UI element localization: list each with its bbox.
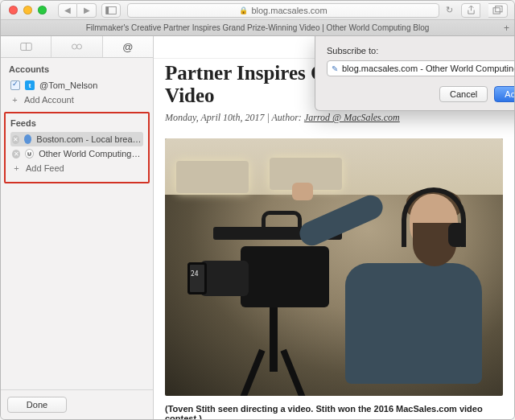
add-account-label: Add Account xyxy=(24,95,74,105)
twitter-icon: t xyxy=(25,80,35,90)
add-account-button[interactable]: + Add Account xyxy=(9,93,145,107)
sidebar-tab-sharedlinks[interactable]: @ xyxy=(103,36,153,57)
share-button[interactable] xyxy=(461,3,480,18)
remove-feed-icon[interactable]: ✕ xyxy=(12,150,20,159)
content-area: VISIT MacSales.com ARTICLE AR Partner In… xyxy=(154,36,514,419)
nav-arrows: ◀ ▶ xyxy=(58,3,97,18)
sidebar-tab-readinglist[interactable] xyxy=(52,36,102,57)
remove-feed-icon[interactable]: ✕ xyxy=(12,135,19,144)
feed-select-text: blog.macsales.com - Other World Computin… xyxy=(342,64,514,73)
article-date: Monday, April 10th, 2017 xyxy=(165,112,264,123)
at-icon: @ xyxy=(122,41,133,53)
sidebar: @ Accounts t @Tom_Nelson + Add Account F… xyxy=(1,36,154,419)
sidebar-tab-bookmarks[interactable] xyxy=(1,36,52,57)
feed-label: Boston.com - Local breaking ne... xyxy=(36,134,142,144)
titlebar: ◀ ▶ 🔒 blog.macsales.com ↻ xyxy=(1,1,514,20)
photo-caption: (Toven Stith seen directing a video. Sti… xyxy=(154,401,514,419)
address-bar[interactable]: 🔒 blog.macsales.com xyxy=(127,3,439,18)
sidebar-tabs: @ xyxy=(1,36,153,58)
add-feed-confirm-button[interactable]: Add Feed xyxy=(494,86,514,102)
tab-title[interactable]: Filmmaker's Creative Partner Inspires Gr… xyxy=(86,23,430,32)
accounts-header: Accounts xyxy=(9,64,145,74)
sidebar-footer: Done xyxy=(1,389,153,419)
account-row[interactable]: t @Tom_Nelson xyxy=(9,78,145,93)
subscribe-label: Subscribe to: xyxy=(327,46,514,56)
author-prefix: | Author: xyxy=(264,112,303,123)
lock-icon: 🔒 xyxy=(239,6,248,14)
article-author[interactable]: Jarrod @ MacSales.com xyxy=(304,112,400,123)
feed-row-boston[interactable]: ✕ Boston.com - Local breaking ne... xyxy=(10,132,143,146)
article-meta: Monday, April 10th, 2017 | Author: Jarro… xyxy=(165,112,503,124)
feed-label: Other World Computing Blog xyxy=(39,149,142,159)
svg-rect-3 xyxy=(496,6,502,11)
add-feed-label: Add Feed xyxy=(26,163,64,173)
feed-select[interactable]: ✎ blog.macsales.com - Other World Comput… xyxy=(327,60,514,76)
zoom-window-icon[interactable] xyxy=(38,6,47,14)
forward-button[interactable]: ▶ xyxy=(77,3,97,18)
article-photo: 24 xyxy=(165,138,503,396)
safari-window: ◀ ▶ 🔒 blog.macsales.com ↻ Filmmaker's Cr… xyxy=(0,0,515,420)
svg-rect-2 xyxy=(493,8,500,14)
lens-number: 24 xyxy=(191,270,199,278)
sidebar-toggle-button[interactable] xyxy=(101,3,121,18)
favicon-owc xyxy=(25,149,34,159)
feeds-section-highlight: Feeds ✕ Boston.com - Local breaking ne..… xyxy=(4,112,150,183)
close-window-icon[interactable] xyxy=(9,6,18,14)
minimize-window-icon[interactable] xyxy=(23,6,32,14)
back-button[interactable]: ◀ xyxy=(58,3,77,18)
plus-icon: + xyxy=(10,95,19,105)
feeds-header: Feeds xyxy=(10,118,143,128)
cancel-button[interactable]: Cancel xyxy=(439,86,488,102)
add-feed-button[interactable]: + Add Feed xyxy=(10,161,143,175)
svg-point-6 xyxy=(72,44,76,49)
plus-icon: + xyxy=(12,163,21,173)
svg-point-7 xyxy=(76,44,81,49)
account-handle: @Tom_Nelson xyxy=(39,80,97,90)
tab-bar: Filmmaker's Creative Partner Inspires Gr… xyxy=(1,20,514,36)
feed-type-icon: ✎ xyxy=(328,64,342,73)
tabs-button[interactable] xyxy=(488,3,508,18)
reload-icon[interactable]: ↻ xyxy=(446,5,453,15)
favicon-boston xyxy=(24,134,32,144)
account-checkbox[interactable] xyxy=(10,80,20,90)
window-controls xyxy=(1,6,47,14)
done-button[interactable]: Done xyxy=(7,397,67,413)
subscribe-sheet: Subscribe to: ✎ blog.macsales.com - Othe… xyxy=(315,36,514,111)
new-tab-button[interactable]: + xyxy=(504,23,509,34)
scrollbar[interactable] xyxy=(507,60,513,416)
feed-row-owc[interactable]: ✕ Other World Computing Blog xyxy=(10,146,143,161)
url-host: blog.macsales.com xyxy=(251,6,327,15)
accounts-section: Accounts t @Tom_Nelson + Add Account xyxy=(1,58,153,110)
svg-rect-1 xyxy=(106,6,109,14)
person-illustration xyxy=(329,183,482,376)
